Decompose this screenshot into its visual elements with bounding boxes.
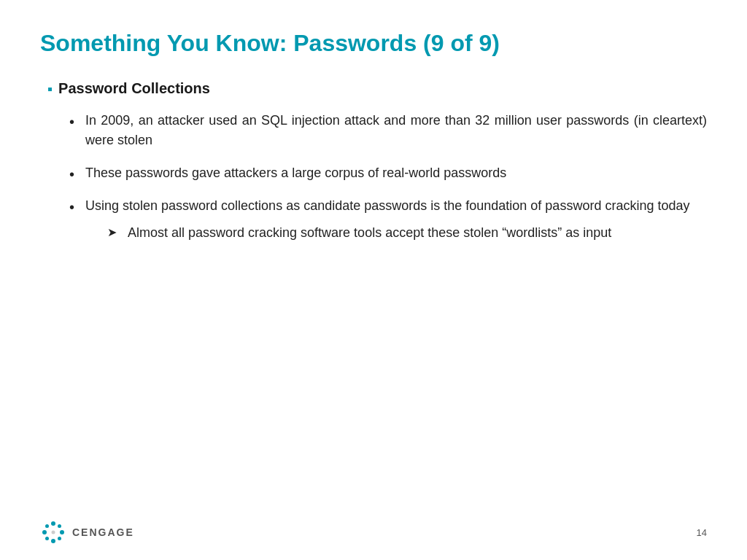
slide: Something You Know: Passwords (9 of 9) ▪…: [0, 0, 747, 560]
footer: CENGAGE 14: [40, 519, 707, 545]
section-bullet-icon: ▪: [47, 81, 53, 98]
svg-point-5: [58, 537, 61, 540]
svg-point-8: [52, 531, 55, 534]
svg-point-7: [45, 537, 49, 540]
logo-area: CENGAGE: [40, 519, 134, 545]
slide-title: Something You Know: Passwords (9 of 9): [40, 29, 707, 57]
cengage-logo-icon: [40, 519, 66, 545]
svg-point-4: [45, 524, 49, 528]
main-bullet-list: In 2009, an attacker used an SQL injecti…: [47, 111, 707, 243]
section-header: ▪ Password Collections: [47, 80, 707, 98]
svg-point-3: [60, 530, 64, 534]
sub-bullet-list: Almost all password cracking software to…: [85, 223, 707, 243]
bullet-item-1: In 2009, an attacker used an SQL injecti…: [69, 111, 707, 150]
svg-point-1: [51, 539, 55, 543]
svg-point-0: [51, 521, 55, 526]
bullet-item-3: Using stolen password collections as can…: [69, 196, 707, 243]
svg-point-2: [42, 530, 47, 534]
logo-text: CENGAGE: [72, 526, 134, 538]
bullet-item-2: These passwords gave attackers a large c…: [69, 163, 707, 183]
page-number: 14: [697, 527, 707, 538]
content-area: ▪ Password Collections In 2009, an attac…: [40, 80, 707, 243]
svg-point-6: [58, 524, 61, 528]
sub-bullet-item-1: Almost all password cracking software to…: [107, 223, 707, 243]
section-title: Password Collections: [58, 80, 210, 97]
